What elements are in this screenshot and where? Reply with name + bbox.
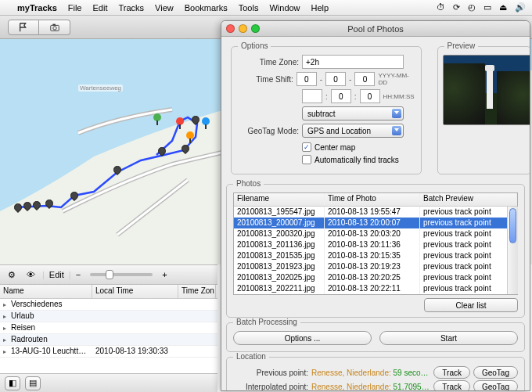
timeshift-sec-input[interactable] bbox=[360, 89, 380, 103]
batch-options-button[interactable]: Options ... bbox=[233, 331, 372, 345]
table-row[interactable]: ▸Radrouten bbox=[0, 334, 217, 346]
gear-icon[interactable]: ⚙ bbox=[5, 268, 19, 282]
geotag-button[interactable]: GeoTag bbox=[473, 380, 518, 391]
menu-edit[interactable]: Edit bbox=[93, 3, 108, 13]
preview-group: Preview bbox=[437, 46, 530, 174]
edit-button[interactable]: Edit bbox=[49, 270, 64, 279]
timeshift-label: Time Shift: bbox=[238, 75, 293, 84]
table-row[interactable]: 20100813_201923.jpg2010-08-13 20:19:23pr… bbox=[234, 261, 517, 272]
drawer-toolbar: ◧ ▤ bbox=[0, 373, 217, 392]
tracks-toolbar: ⚙ 👁 | Edit | − + bbox=[0, 264, 217, 285]
map-pin-end[interactable] bbox=[176, 117, 184, 128]
map-pin-photo[interactable] bbox=[202, 117, 210, 128]
svg-point-1 bbox=[52, 26, 56, 29]
table-row[interactable]: 20100813_201535.jpg2010-08-13 20:15:35pr… bbox=[234, 250, 517, 261]
menuextra-clock-icon[interactable]: ⏱ bbox=[437, 2, 445, 13]
auto-find-tracks-checkbox[interactable]: Automatically find tracks bbox=[302, 155, 399, 164]
options-group: Options Time Zone: Time Shift: - - YYYY-… bbox=[231, 46, 422, 174]
tracks-header-localtime[interactable]: Local Time bbox=[92, 285, 178, 298]
photos-header-filename[interactable]: Filename bbox=[234, 193, 325, 206]
photos-scrollbar[interactable] bbox=[507, 207, 518, 294]
track-button[interactable]: Track bbox=[433, 366, 470, 379]
timeshift-day-input[interactable] bbox=[354, 72, 375, 86]
zoom-slider[interactable] bbox=[90, 273, 153, 276]
menuextra-sync-icon[interactable]: ⟳ bbox=[453, 2, 460, 13]
pool-titlebar[interactable]: Pool of Photos bbox=[221, 21, 530, 37]
timeshift-min-input[interactable] bbox=[331, 89, 351, 103]
flag-icon bbox=[18, 22, 29, 33]
batch-processing-group: Batch Processing Options ... Start bbox=[226, 322, 525, 352]
table-row[interactable]: 20100813_200320.jpg2010-08-13 20:03:20pr… bbox=[234, 228, 517, 239]
table-row[interactable]: 20100813_202025.jpg2010-08-13 20:20:25pr… bbox=[234, 272, 517, 283]
pool-title: Pool of Photos bbox=[221, 24, 530, 34]
app-name[interactable]: myTracks bbox=[17, 3, 57, 13]
clear-list-button[interactable]: Clear list bbox=[424, 298, 518, 312]
menuextra-volume-icon[interactable]: 🔊 bbox=[515, 2, 526, 13]
table-row[interactable]: ▸Verschiedenes bbox=[0, 299, 217, 311]
tracks-header-tz[interactable]: Time Zon bbox=[178, 285, 216, 298]
menu-bookmarks[interactable]: Bookmarks bbox=[185, 3, 228, 13]
location-row: Interpolated point: Renesse, Niederlande… bbox=[233, 379, 518, 391]
track-button[interactable]: Track bbox=[433, 380, 470, 391]
menuextra-eject-icon[interactable]: ⏏ bbox=[499, 2, 507, 13]
timeshift-hour-input[interactable] bbox=[302, 89, 322, 103]
menu-file[interactable]: File bbox=[68, 3, 82, 13]
location-row: Previous point: Renesse, Niederlande: 59… bbox=[233, 365, 518, 379]
zoom-minus-icon[interactable]: − bbox=[76, 270, 81, 279]
table-row[interactable]: ▸13-AUG-10 Leuchtturm Nieuw-Haam...2010-… bbox=[0, 346, 217, 358]
menuextra-timemachine-icon[interactable]: ◴ bbox=[468, 2, 476, 13]
pool-of-photos-window: Pool of Photos Options Time Zone: Time S… bbox=[221, 20, 530, 391]
tracks-table[interactable]: Name Local Time Time Zon ▸Verschiedenes▸… bbox=[0, 285, 217, 372]
eye-icon[interactable]: 👁 bbox=[23, 268, 38, 282]
panel-toggle-icon[interactable]: ▤ bbox=[25, 376, 41, 390]
menubar: myTracks File Edit Tracks View Bookmarks… bbox=[0, 0, 532, 16]
zoom-plus-icon[interactable]: + bbox=[162, 270, 167, 279]
menu-tracks[interactable]: Tracks bbox=[118, 3, 144, 13]
camera-icon bbox=[49, 22, 60, 33]
geotag-button[interactable]: GeoTag bbox=[473, 366, 518, 379]
photos-table[interactable]: Filename Time of Photo Batch Preview 201… bbox=[233, 192, 518, 295]
timezone-label: Time Zone: bbox=[238, 58, 299, 67]
timeshift-year-input[interactable] bbox=[297, 72, 317, 86]
table-row[interactable]: 20100813_200007.jpg2010-08-13 20:00:07pr… bbox=[234, 218, 517, 228]
photos-header-batch[interactable]: Batch Preview bbox=[420, 193, 517, 206]
table-row[interactable]: 20100813_195547.jpg2010-08-13 19:55:47pr… bbox=[234, 207, 517, 218]
timezone-input[interactable] bbox=[302, 55, 404, 69]
table-row[interactable]: ▸Urlaub bbox=[0, 311, 217, 322]
photos-group: Photos Filename Time of Photo Batch Prev… bbox=[226, 184, 525, 318]
table-row[interactable]: ▸Reisen bbox=[0, 322, 217, 334]
geotag-mode-label: GeoTag Mode: bbox=[238, 127, 299, 135]
sidebar-toggle-icon[interactable]: ◧ bbox=[5, 376, 20, 390]
svg-rect-2 bbox=[52, 23, 56, 25]
timeshift-month-input[interactable] bbox=[325, 72, 346, 86]
table-row[interactable]: 20100813_202211.jpg2010-08-13 20:22:11pr… bbox=[234, 283, 517, 294]
location-group: Location Previous point: Renesse, Nieder… bbox=[226, 357, 525, 391]
tracks-header-name[interactable]: Name bbox=[0, 285, 92, 298]
map-pin-marker[interactable] bbox=[186, 131, 194, 142]
menu-help[interactable]: Help bbox=[311, 3, 329, 13]
flag-button[interactable] bbox=[8, 20, 39, 35]
map-pin-start[interactable] bbox=[153, 113, 161, 124]
center-map-checkbox[interactable]: ✓Center map bbox=[302, 142, 355, 152]
geotag-mode-select[interactable]: GPS and Location bbox=[302, 124, 404, 138]
batch-start-button[interactable]: Start bbox=[379, 331, 518, 345]
menu-tools[interactable]: Tools bbox=[239, 3, 259, 13]
camera-button[interactable] bbox=[39, 20, 70, 35]
preview-image bbox=[443, 55, 530, 125]
table-row[interactable]: 20100813_201136.jpg2010-08-13 20:11:36pr… bbox=[234, 239, 517, 250]
map-street-label: Wartenseeweg bbox=[78, 85, 123, 92]
menu-view[interactable]: View bbox=[155, 3, 174, 13]
menuextra-display-icon[interactable]: ▭ bbox=[483, 2, 491, 13]
menu-window[interactable]: Window bbox=[269, 3, 300, 13]
photos-header-time[interactable]: Time of Photo bbox=[325, 193, 420, 206]
timeshift-operation-select[interactable]: subtract bbox=[302, 106, 404, 120]
